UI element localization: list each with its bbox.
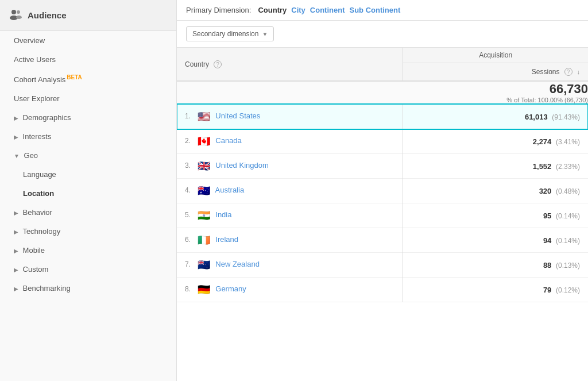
secondary-dimension-button[interactable]: Secondary dimension ▼ [186, 26, 274, 41]
row-number: 4. [185, 186, 191, 194]
country-name-link[interactable]: Australia [215, 186, 245, 194]
dim-sub-continent[interactable]: Sub Continent [349, 6, 400, 14]
country-flag-icon: 🇬🇧 [198, 160, 210, 172]
country-name-link[interactable]: United Kingdom [215, 161, 269, 170]
country-name-link[interactable]: India [215, 210, 231, 219]
sort-arrow-icon[interactable]: ↓ [577, 68, 581, 75]
row-number: 1. [185, 112, 191, 120]
sidebar-item-mobile[interactable]: ▶ Mobile [0, 241, 176, 260]
table-body: 1. 🇺🇸 United States 61,013 (91.43%) 2. 🇨… [177, 104, 588, 302]
table-row: 6. 🇮🇪 Ireland 94 (0.14%) [177, 228, 588, 253]
sessions-help-icon[interactable]: ? [564, 68, 572, 76]
country-flag-icon: 🇩🇪 [198, 284, 210, 295]
country-cell: 5. 🇮🇳 India [177, 203, 403, 228]
country-cell: 7. 🇳🇿 New Zealand [177, 253, 403, 278]
data-table: Country ? Acquisition Sessions ? [177, 48, 588, 302]
sidebar: Audience Overview Active Users Cohort An… [0, 0, 177, 381]
sessions-cell: 94 (0.14%) [403, 228, 588, 253]
sessions-column-header: Sessions ? ↓ [403, 63, 588, 82]
dim-country[interactable]: Country [258, 6, 287, 14]
audience-icon [9, 8, 22, 22]
country-flag-icon: 🇮🇪 [198, 234, 210, 246]
sessions-cell: 1,552 (2.33%) [403, 154, 588, 179]
row-number: 2. [185, 137, 191, 145]
country-cell: 1. 🇺🇸 United States [177, 104, 403, 129]
country-column-header: Country ? [177, 48, 403, 81]
beta-badge: BETA [67, 74, 82, 80]
sessions-cell: 320 (0.48%) [403, 179, 588, 203]
thead-header-row: Country ? Acquisition [177, 48, 588, 63]
sidebar-item-interests[interactable]: ▶ Interests [0, 127, 176, 146]
country-name-link[interactable]: New Zealand [215, 260, 260, 268]
table-row: 1. 🇺🇸 United States 61,013 (91.43%) [177, 104, 588, 129]
sidebar-item-overview[interactable]: Overview [0, 31, 176, 50]
table-row: 5. 🇮🇳 India 95 (0.14%) [177, 203, 588, 228]
sessions-pct: (3.41%) [556, 138, 580, 146]
sessions-pct: (91.43%) [552, 113, 580, 121]
country-name-link[interactable]: Ireland [215, 235, 238, 244]
dim-continent[interactable]: Continent [310, 6, 345, 14]
primary-dimension-bar: Primary Dimension: Country City Continen… [177, 0, 588, 21]
primary-dim-label: Primary Dimension: [186, 6, 251, 14]
sessions-value: 320 [539, 187, 552, 195]
sidebar-item-demographics[interactable]: ▶ Demographics [0, 108, 176, 127]
country-cell: 6. 🇮🇪 Ireland [177, 228, 403, 253]
sidebar-item-geo[interactable]: ▼ Geo [0, 146, 176, 165]
sessions-value: 61,013 [525, 113, 548, 121]
country-cell: 3. 🇬🇧 United Kingdom [177, 154, 403, 179]
sidebar-item-custom[interactable]: ▶ Custom [0, 260, 176, 279]
sidebar-item-benchmarking[interactable]: ▶ Benchmarking [0, 279, 176, 298]
sessions-pct: (0.14%) [556, 212, 580, 220]
sidebar-item-cohort[interactable]: Cohort AnalysisBETA [0, 69, 176, 89]
dropdown-caret-icon: ▼ [262, 31, 268, 37]
table-row: 8. 🇩🇪 Germany 79 (0.12%) [177, 278, 588, 302]
sessions-value: 1,552 [533, 162, 552, 171]
sidebar-title: Audience [28, 10, 67, 20]
total-label-cell [177, 81, 403, 104]
country-cell: 4. 🇦🇺 Australia [177, 179, 403, 203]
total-sessions-cell: 66,730 % of Total: 100.00% (66,730) [403, 81, 588, 104]
row-number: 3. [185, 161, 191, 170]
sidebar-item-location[interactable]: Location [0, 184, 176, 203]
main-content: Primary Dimension: Country City Continen… [177, 0, 588, 381]
sessions-pct: (0.13%) [556, 261, 580, 270]
country-name-link[interactable]: United States [215, 111, 260, 120]
sidebar-item-technology[interactable]: ▶ Technology [0, 222, 176, 241]
row-number: 6. [185, 236, 191, 244]
country-flag-icon: 🇳🇿 [198, 259, 210, 271]
sidebar-item-active-users[interactable]: Active Users [0, 50, 176, 69]
table-row: 7. 🇳🇿 New Zealand 88 (0.13%) [177, 253, 588, 278]
svg-point-2 [17, 10, 20, 14]
sessions-pct: (2.33%) [556, 163, 580, 171]
sessions-value: 79 [543, 286, 551, 294]
secondary-dim-label: Secondary dimension [192, 30, 258, 38]
sessions-value: 88 [543, 261, 551, 270]
country-flag-icon: 🇨🇦 [198, 136, 210, 147]
sessions-value: 94 [543, 236, 551, 245]
sessions-value: 95 [543, 211, 551, 220]
acquisition-group-header: Acquisition [403, 48, 588, 63]
sessions-pct: (0.14%) [556, 237, 580, 245]
sidebar-item-language[interactable]: Language [0, 165, 176, 184]
country-flag-icon: 🇮🇳 [198, 210, 210, 221]
total-sessions-sub: % of Total: 100.00% (66,730) [403, 97, 588, 103]
sessions-cell: 2,274 (3.41%) [403, 129, 588, 154]
dim-city[interactable]: City [291, 6, 305, 14]
country-cell: 2. 🇨🇦 Canada [177, 129, 403, 154]
svg-point-3 [16, 16, 22, 19]
sidebar-item-user-explorer[interactable]: User Explorer [0, 89, 176, 108]
sessions-header-label: Sessions [532, 68, 560, 76]
sessions-value: 2,274 [533, 137, 552, 146]
sidebar-item-behavior[interactable]: ▶ Behavior [0, 203, 176, 222]
row-number: 5. [185, 211, 191, 219]
country-name-link[interactable]: Germany [215, 284, 246, 293]
svg-point-0 [11, 10, 16, 14]
table-row: 4. 🇦🇺 Australia 320 (0.48%) [177, 179, 588, 203]
country-help-icon[interactable]: ? [214, 60, 222, 68]
country-name-link[interactable]: Canada [215, 136, 242, 145]
row-number: 7. [185, 260, 191, 268]
acquisition-header-label: Acquisition [479, 51, 512, 59]
table-row: 2. 🇨🇦 Canada 2,274 (3.41%) [177, 129, 588, 154]
country-header-label: Country [185, 60, 209, 68]
country-cell: 8. 🇩🇪 Germany [177, 278, 403, 302]
